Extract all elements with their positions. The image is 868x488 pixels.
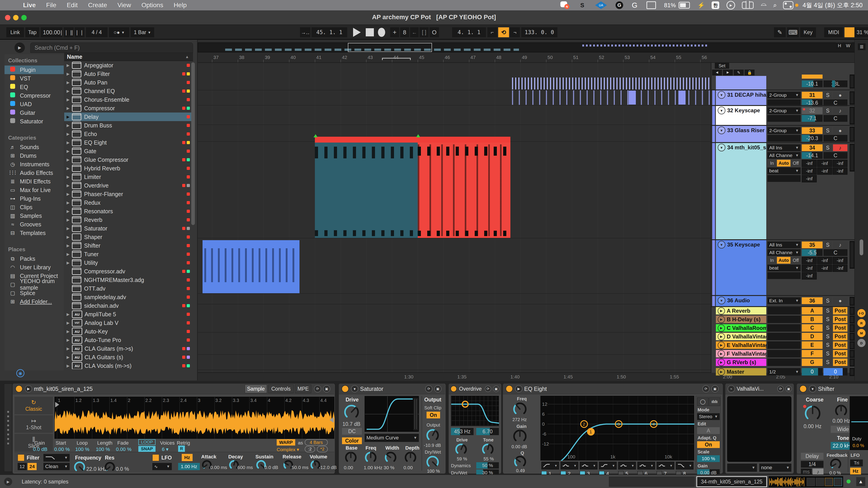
battery-menu-icon[interactable] — [742, 2, 754, 9]
browser-item-shaper[interactable]: ▶Shaper — [64, 233, 193, 241]
band-freq-knob[interactable] — [513, 402, 527, 416]
expand-arrow-icon[interactable]: ▶ — [64, 183, 72, 188]
browser-item-nghtmremaster3-adg[interactable]: NGHTMREMaster3.adg — [64, 275, 193, 284]
midi-clip-small-2[interactable] — [678, 90, 686, 105]
menu-item-live[interactable]: Live — [23, 2, 36, 9]
display-icon[interactable] — [647, 1, 656, 9]
send-field[interactable]: -inf — [833, 257, 847, 264]
arrangement-position-field[interactable]: 45. 1. 1 — [311, 27, 347, 37]
device-play-icon[interactable]: ▶ — [25, 385, 32, 392]
return-activator[interactable]: G — [802, 359, 823, 366]
browser-item-analog-lab-v[interactable]: ▶VSTAnalog Lab V — [64, 319, 193, 327]
post-button[interactable]: Post — [833, 324, 847, 332]
volume-field[interactable]: -5.5 — [802, 249, 823, 256]
send-field[interactable]: -inf — [833, 167, 847, 175]
fold-track-icon[interactable]: ▼ — [718, 91, 725, 99]
tone-knob[interactable] — [482, 443, 494, 455]
zoom-width-button[interactable]: W — [844, 42, 852, 49]
save-preset-icon[interactable]: ▣ — [711, 385, 719, 392]
param-length-value[interactable]: 100 % — [96, 447, 110, 452]
volume-field[interactable]: -10.1 — [802, 80, 823, 87]
eq-curve-display[interactable]: 1260-6-121001k10k1234 — [540, 396, 694, 460]
solo-button[interactable]: S — [824, 359, 832, 366]
band-freq-value[interactable]: 272 Hz — [513, 417, 527, 422]
solo-button[interactable]: S — [824, 350, 832, 357]
link-button[interactable]: Link — [6, 27, 24, 37]
arm-button[interactable]: ● — [833, 92, 847, 98]
warp-half-button[interactable]: :2 — [305, 446, 315, 452]
sat-depth-value[interactable]: 0.00 — [403, 465, 413, 470]
post-button[interactable]: Post — [833, 341, 847, 349]
expand-arrow-icon[interactable]: ▶ — [64, 260, 72, 265]
sync-mode-button[interactable]: ♪ — [813, 468, 824, 475]
expand-arrow-icon[interactable]: ▶ — [64, 235, 72, 239]
cpu-meter[interactable]: 31 % ▼ — [844, 27, 868, 37]
expand-arrow-icon[interactable]: ▶ — [64, 166, 72, 171]
expand-arrow-icon[interactable]: ▶ — [64, 209, 72, 214]
hot-swap-icon[interactable]: ⟳ — [425, 385, 432, 392]
sidebar-item-plugin[interactable]: Plugin — [4, 66, 64, 74]
tone-value[interactable]: 55 % — [484, 456, 494, 462]
adsr-sustain-value[interactable]: 0.0 dB — [265, 465, 278, 470]
menu-clock[interactable]: 4월 4일 (화) 오후 2:50 — [802, 1, 863, 9]
device-title[interactable]: Overdrive — [459, 386, 482, 392]
monitor-in-button[interactable]: In — [767, 160, 776, 166]
filter-frequency-knob[interactable] — [74, 461, 86, 473]
monitor-in-button[interactable]: In — [767, 257, 776, 264]
expand-arrow-icon[interactable]: ▶ — [64, 72, 72, 76]
param-gain-value[interactable]: 0.0 dB — [33, 447, 48, 452]
tab-sample[interactable]: Sample — [245, 385, 267, 393]
sidebar-item-saturator[interactable]: Saturator — [4, 117, 64, 126]
monitor-auto-button[interactable]: Auto — [777, 160, 790, 166]
io-sub-box[interactable] — [767, 135, 801, 142]
fold-track-icon[interactable]: ▼ — [718, 144, 725, 151]
send-field[interactable]: -inf — [802, 167, 817, 175]
expand-arrow-icon[interactable]: ▶ — [64, 346, 72, 351]
return-activator[interactable]: A — [802, 307, 823, 315]
sidebar-item-user-library[interactable]: ◠User Library — [4, 263, 64, 271]
expand-arrow-icon[interactable]: ▶ — [64, 132, 72, 136]
voices-value[interactable]: 6 ▾ — [162, 447, 168, 452]
hot-swap-icon[interactable]: ⟳ — [485, 386, 491, 392]
tap-tempo-button[interactable]: Tap — [25, 27, 39, 37]
sat-base-value[interactable]: 0.00 — [344, 465, 353, 470]
logitech-icon[interactable]: G — [616, 1, 623, 9]
automation-arm-button[interactable]: 8 — [400, 27, 409, 37]
show-io-toggle[interactable]: I·O — [857, 309, 866, 317]
overdrive-filter-display[interactable] — [451, 396, 499, 426]
browser-item-sidechain-adv[interactable]: sidechain.adv — [64, 301, 193, 310]
key-map-button[interactable]: Key — [800, 27, 816, 37]
device-title[interactable]: mth_kit05_siren_a_125 — [34, 386, 93, 392]
output-routing-menu[interactable]: beat▼ — [767, 265, 801, 271]
device-title[interactable]: ValhallaVi... — [737, 386, 764, 392]
output-routing-menu[interactable]: beat▼ — [767, 167, 801, 174]
coarse-knob[interactable] — [804, 405, 821, 422]
filter-res-knob[interactable] — [104, 462, 115, 473]
solo-button[interactable]: S — [824, 144, 832, 151]
loop-end-marker[interactable] — [416, 134, 420, 137]
plugin-edit-icon[interactable]: ⌁ — [727, 385, 735, 392]
splice-icon[interactable]: S — [579, 2, 586, 8]
browser-item-eq-eight[interactable]: ▶EQ Eight — [64, 138, 193, 147]
scale-field[interactable]: 100 % — [697, 455, 720, 462]
sample-start-marker[interactable] — [55, 402, 59, 408]
io-routing-menu[interactable]: 2-Group▼ — [767, 92, 801, 98]
sidebar-item-drums[interactable]: ⊞Drums — [4, 151, 64, 160]
lfo-hz-button[interactable]: Hz — [850, 468, 861, 475]
solo-button[interactable]: S — [824, 297, 832, 304]
loop-length-field[interactable]: 133. 0. 0 — [521, 27, 557, 37]
hot-swap-icon[interactable]: ⟳ — [702, 385, 710, 392]
return-io-box[interactable] — [767, 333, 801, 340]
io-routing-menu[interactable]: Ext. In▼ — [767, 297, 801, 304]
lfo-rate-field[interactable]: 1.00 Hz — [178, 463, 200, 470]
expand-arrow-icon[interactable]: ▶ — [64, 226, 72, 231]
expand-arrow-icon[interactable]: ▶ — [64, 363, 72, 368]
send-field[interactable]: -inf — [802, 257, 817, 264]
sidebar-item-guitar[interactable]: Guitar — [4, 108, 64, 117]
lfo-shape-field[interactable]: Tri — [850, 459, 863, 466]
mode-menu[interactable]: Stereo▼ — [697, 413, 720, 420]
expand-arrow-icon[interactable]: ▶ — [64, 80, 72, 85]
filter-res-value[interactable]: 0.0 % — [116, 466, 129, 472]
browser-item-channel-eq[interactable]: ▶Channel EQ — [64, 87, 193, 95]
zoom-height-button[interactable]: H — [836, 42, 843, 49]
